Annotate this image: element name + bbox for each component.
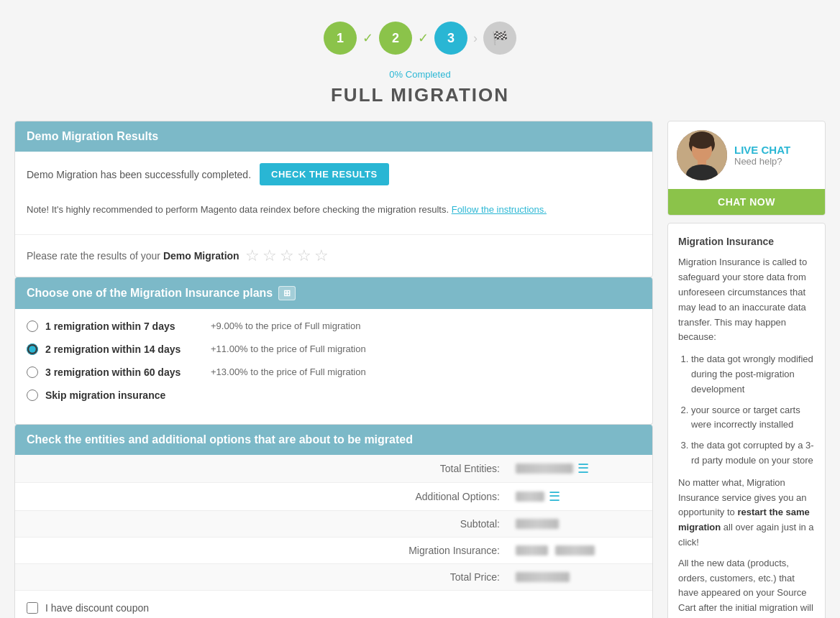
insurance-info-card: Migration Insurance Migration Insurance … [667, 223, 826, 618]
step-1[interactable]: 1 [324, 22, 357, 55]
entities-row-insurance: Migration Insurance: [15, 538, 652, 564]
entities-label-total-price: Total Price: [15, 564, 508, 590]
insurance-footer: All the new data (products, orders, cust… [678, 556, 815, 618]
discount-section: I have discount coupon [15, 591, 652, 619]
entities-label-total: Total Entities: [15, 456, 508, 481]
step-3-arrow: › [473, 31, 478, 46]
insurance-radio-4[interactable] [27, 389, 38, 401]
entities-edit-icon-total[interactable]: ☰ [578, 461, 589, 476]
insurance-label-4: Skip migration insurance [45, 389, 204, 401]
insurance-reason-1: the data got wrongly modified during the… [691, 352, 815, 397]
insurance-price-3: +13.00% to the price of Full migration [211, 366, 366, 377]
discount-checkbox[interactable] [27, 602, 38, 614]
demo-results-header: Demo Migration Results [15, 121, 652, 152]
entities-bar-insurance-2 [555, 545, 595, 555]
entities-bar-subtotal [516, 519, 559, 529]
demo-results-body: Demo Migration has been successfully com… [15, 152, 652, 234]
discount-label: I have discount coupon [45, 602, 149, 614]
entities-bar-insurance-1 [516, 545, 548, 555]
chat-now-button[interactable]: CHAT NOW [668, 189, 825, 215]
chat-info: LIVE CHAT Need help? [734, 144, 816, 167]
demo-result-row: Demo Migration has been successfully com… [27, 163, 641, 185]
note-box: Note! It's highly recommended to perform… [27, 197, 641, 223]
insurance-reasons: the data got wrongly modified during the… [678, 352, 815, 469]
entities-row-subtotal: Subtotal: [15, 511, 652, 538]
star-4[interactable]: ☆ [297, 246, 311, 265]
star-3[interactable]: ☆ [280, 246, 294, 265]
insurance-reason-3: the data got corrupted by a 3-rd party m… [691, 438, 815, 469]
entities-row-total: Total Entities: ☰ [15, 455, 652, 483]
entities-card: Check the entities and additional option… [14, 425, 653, 619]
insurance-radio-2[interactable] [27, 343, 38, 355]
insurance-icon: ⊞ [278, 286, 296, 300]
step-2[interactable]: 2 [379, 22, 412, 55]
insurance-info-title: Migration Insurance [678, 234, 815, 249]
entities-label-options: Additional Options: [15, 484, 508, 509]
insurance-option-2[interactable]: 2 remigration within 14 days +11.00% to … [27, 343, 641, 355]
insurance-price-2: +11.00% to the price of Full migration [211, 343, 366, 354]
star-1[interactable]: ☆ [245, 246, 260, 265]
entities-row-total-price: Total Price: [15, 564, 652, 591]
entities-value-total-price [508, 566, 652, 588]
insurance-label-2: 2 remigration within 14 days [45, 343, 204, 355]
step-2-arrow: ✓ [418, 30, 429, 46]
insurance-label-3: 3 remigration within 60 days [45, 366, 204, 378]
insurance-option-4[interactable]: Skip migration insurance [27, 389, 641, 401]
entities-value-insurance [508, 540, 652, 561]
insurance-option-3[interactable]: 3 remigration within 60 days +13.00% to … [27, 366, 641, 378]
entities-value-subtotal [508, 513, 652, 535]
insurance-option-1[interactable]: 1 remigration within 7 days +9.00% to th… [27, 320, 641, 332]
insurance-body1: No matter what, Migration Insurance serv… [678, 476, 815, 550]
step-4-flag[interactable]: 🏁 [483, 22, 516, 55]
stepper: 1 ✓ 2 ✓ 3 › 🏁 [14, 14, 826, 62]
insurance-label-1: 1 remigration within 7 days [45, 320, 204, 332]
note-text: Note! It's highly recommended to perform… [27, 204, 449, 215]
entities-header: Check the entities and additional option… [15, 425, 652, 455]
left-panel: Demo Migration Results Demo Migration ha… [14, 121, 653, 618]
rating-text: Please rate the results of your Demo Mig… [27, 250, 239, 262]
insurance-intro: Migration Insurance is called to safegua… [678, 255, 815, 345]
need-help-label: Need help? [734, 156, 816, 167]
step-progress: 0% Completed [14, 69, 826, 80]
insurance-reason-2: your source or target carts were incorre… [691, 403, 815, 433]
stars-container[interactable]: ☆ ☆ ☆ ☆ ☆ [245, 246, 329, 265]
entities-bar-total [516, 464, 573, 474]
svg-point-3 [690, 132, 714, 149]
page-title: FULL MIGRATION [14, 84, 826, 106]
entities-label-subtotal: Subtotal: [15, 511, 508, 537]
chat-card: LIVE CHAT Need help? CHAT NOW [667, 121, 826, 216]
demo-results-card: Demo Migration Results Demo Migration ha… [14, 121, 653, 277]
chat-top: LIVE CHAT Need help? [668, 121, 825, 189]
right-panel: LIVE CHAT Need help? CHAT NOW Migration … [667, 121, 826, 618]
star-5[interactable]: ☆ [314, 246, 329, 265]
entities-bar-options [516, 492, 544, 502]
insurance-options: 1 remigration within 7 days +9.00% to th… [15, 309, 652, 424]
step-3[interactable]: 3 [434, 22, 467, 55]
entities-value-options: ☰ [508, 483, 652, 510]
star-2[interactable]: ☆ [262, 246, 277, 265]
demo-result-text: Demo Migration has been successfully com… [27, 169, 251, 180]
insurance-radio-1[interactable] [27, 320, 38, 332]
insurance-price-1: +9.00% to the price of Full migration [211, 320, 360, 331]
live-chat-label: LIVE CHAT [734, 144, 816, 156]
insurance-radio-3[interactable] [27, 366, 38, 378]
entities-value-total: ☰ [508, 455, 652, 482]
entities-row-options: Additional Options: ☰ [15, 483, 652, 511]
avatar [677, 130, 727, 180]
entities-bar-total-price [516, 572, 570, 582]
entities-edit-icon-options[interactable]: ☰ [549, 489, 560, 504]
follow-instructions-link[interactable]: Follow the instructions. [452, 204, 547, 215]
step-1-arrow: ✓ [362, 30, 373, 46]
insurance-card: Choose one of the Migration Insurance pl… [14, 277, 653, 425]
entities-label-insurance: Migration Insurance: [15, 538, 508, 563]
check-results-button[interactable]: CHECK THE RESULTS [260, 163, 389, 185]
rating-section: Please rate the results of your Demo Mig… [15, 234, 652, 277]
insurance-header: Choose one of the Migration Insurance pl… [15, 277, 652, 309]
